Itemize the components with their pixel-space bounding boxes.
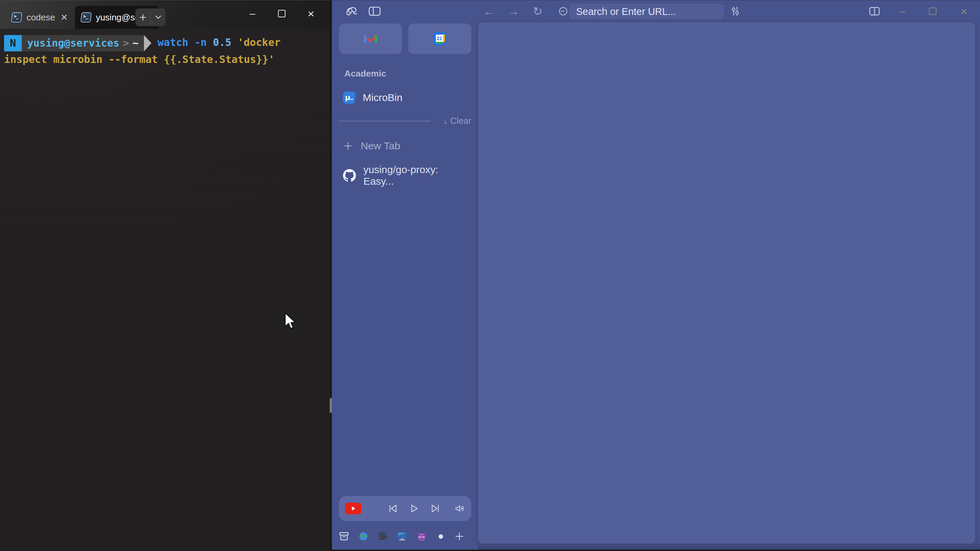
- workspace-desktop-computer-icon[interactable]: [397, 531, 407, 541]
- close-button[interactable]: ×: [956, 0, 972, 22]
- archive-tabs-button[interactable]: [339, 531, 349, 541]
- split-view-button[interactable]: [867, 0, 882, 22]
- maximize-icon: [929, 8, 937, 15]
- calendar-date: 21: [437, 36, 442, 41]
- browser-window: ← → ↻ Search or Enter URL...: [332, 0, 980, 551]
- arrow-down-icon: ↓: [443, 116, 447, 126]
- minimize-button[interactable]: –: [238, 0, 267, 27]
- browser-toolbar: ← → ↻ Search or Enter URL...: [332, 0, 980, 22]
- terminal-command-line: Nyusing@services>~watch -n 0.5 'docker i…: [4, 34, 326, 68]
- prompt-path: ~: [132, 37, 138, 49]
- youtube-source-button[interactable]: [345, 503, 361, 514]
- maximize-button[interactable]: [924, 0, 941, 22]
- media-controls: [388, 503, 440, 514]
- chevron-down-icon: [155, 15, 161, 19]
- mouse-cursor: [283, 311, 297, 330]
- powershell-icon: [11, 12, 22, 22]
- close-tab-icon[interactable]: ✕: [60, 12, 69, 23]
- workspace-section-label: Academic: [344, 68, 471, 79]
- sliders-icon: [730, 6, 740, 17]
- terminal-window: codese ✕ yusing@services ✕ –: [0, 0, 331, 551]
- workspace-devil-face-icon[interactable]: [417, 531, 427, 541]
- clear-tabs-button[interactable]: ↓ Clear: [443, 116, 471, 126]
- powershell-icon: [80, 12, 92, 22]
- github-icon: [343, 169, 356, 182]
- tab-title: yusing/go-proxy: Easy...: [363, 164, 471, 187]
- separator-line: [339, 121, 431, 121]
- prompt-shell-badge: N: [4, 35, 22, 51]
- add-workspace-button[interactable]: [454, 531, 465, 541]
- play-icon: [410, 504, 418, 513]
- plus-icon: [344, 141, 353, 150]
- next-track-button[interactable]: [430, 503, 440, 514]
- command-interval: 0.5: [213, 37, 237, 48]
- new-tab-button[interactable]: New Tab: [339, 136, 471, 156]
- browser-sidebar: 21 Academic μ. MicroBin ↓ Clear New Tab: [332, 22, 476, 551]
- url-placeholder: Search or Enter URL...: [576, 6, 676, 17]
- tab-title: yusing@services: [96, 12, 140, 23]
- new-tab-label: New Tab: [361, 140, 400, 152]
- tabs-separator-row: ↓ Clear: [339, 116, 471, 126]
- back-button[interactable]: ←: [482, 0, 496, 22]
- command-program: watch: [158, 37, 194, 48]
- window-bottom-edge: [332, 549, 980, 551]
- link-icon: [556, 0, 570, 22]
- terminal-titlebar[interactable]: codese ✕ yusing@services ✕ –: [0, 0, 331, 29]
- essential-tab-gmail[interactable]: [339, 24, 402, 54]
- sidebar-toggle-button[interactable]: [367, 0, 382, 22]
- tab-bar-buttons: [135, 8, 165, 26]
- play-icon: [350, 506, 356, 511]
- prompt-user-host: yusing@services: [27, 37, 119, 49]
- terminal-screen[interactable]: Nyusing@services>~watch -n 0.5 'docker i…: [0, 29, 331, 551]
- next-icon: [430, 504, 440, 513]
- workspace-movie-camera-icon[interactable]: [378, 531, 388, 541]
- page-settings-button[interactable]: [728, 0, 743, 22]
- reload-button[interactable]: ↻: [530, 0, 545, 22]
- previous-icon: [388, 504, 398, 513]
- archive-box-icon: [339, 531, 349, 541]
- forward-button[interactable]: →: [506, 0, 521, 22]
- tab-title: codese: [27, 12, 55, 23]
- close-button[interactable]: ×: [296, 0, 326, 27]
- prompt-arrow-icon: [144, 35, 151, 51]
- workspace-earth-globe-icon[interactable]: [358, 531, 369, 541]
- pinned-tab-microbin[interactable]: μ. MicroBin: [339, 87, 471, 108]
- terminal-caption-buttons: – ×: [238, 0, 326, 27]
- microbin-favicon: μ.: [343, 92, 355, 104]
- desktop: codese ✕ yusing@services ✕ –: [0, 0, 980, 551]
- previous-track-button[interactable]: [388, 503, 398, 514]
- media-player: [339, 496, 471, 521]
- sidebar-toggle-icon: [369, 6, 381, 16]
- split-view-icon: [869, 7, 880, 16]
- clear-label: Clear: [450, 116, 471, 126]
- web-content-area[interactable]: [478, 22, 975, 543]
- plus-icon: [139, 14, 147, 21]
- new-terminal-tab-button[interactable]: [135, 8, 150, 26]
- essentials-grid: 21: [339, 24, 471, 54]
- volume-icon: [455, 504, 465, 513]
- maximize-icon: [278, 10, 285, 17]
- zen-logo-button[interactable]: [345, 0, 358, 22]
- gmail-icon: [364, 34, 377, 44]
- tab-go-proxy[interactable]: yusing/go-proxy: Easy...: [339, 165, 471, 186]
- tab-title: MicroBin: [363, 92, 402, 103]
- play-button[interactable]: [409, 503, 419, 514]
- prompt-separator-icon: >: [119, 37, 132, 49]
- zen-browser-icon: [345, 5, 358, 17]
- terminal-profile-dropdown-button[interactable]: [150, 8, 165, 26]
- minimize-button[interactable]: –: [894, 0, 910, 22]
- command-flag: -n: [194, 37, 213, 48]
- url-bar[interactable]: Search or Enter URL...: [569, 4, 724, 19]
- terminal-tab-codese[interactable]: codese ✕: [5, 6, 75, 29]
- volume-button[interactable]: [455, 503, 465, 514]
- maximize-button[interactable]: [267, 0, 296, 27]
- essential-tab-google-calendar[interactable]: 21: [408, 24, 471, 54]
- plus-icon: [455, 532, 464, 541]
- workspace-bar: [339, 527, 471, 546]
- workspace-indicator-dot[interactable]: [439, 534, 443, 539]
- google-calendar-icon: 21: [434, 32, 447, 45]
